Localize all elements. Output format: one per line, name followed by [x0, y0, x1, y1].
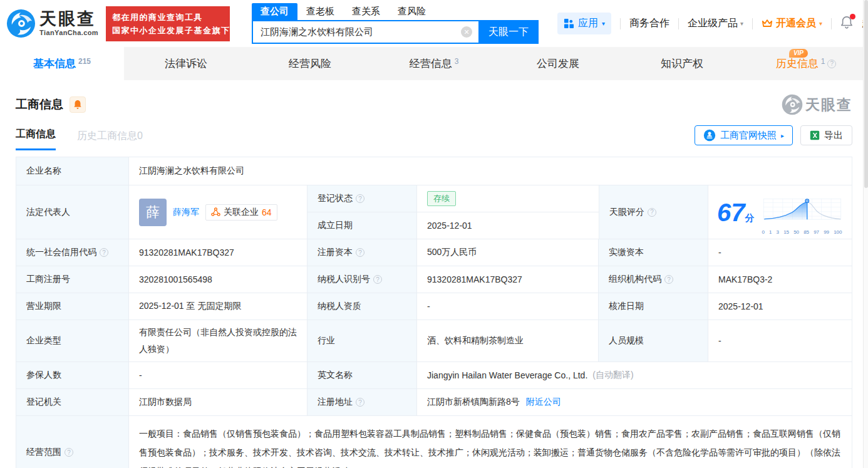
subtab-business-registration[interactable]: 工商信息 [16, 128, 56, 150]
reg-address-cell: 江阴市新桥镇陶新路8号 附近公司 [417, 389, 852, 415]
tab-history-info[interactable]: 历史信息 1 ? VIP [744, 47, 868, 80]
reg-address-value: 江阴市新桥镇陶新路8号 [427, 397, 520, 408]
export-button[interactable]: 导出 [800, 125, 852, 145]
status-badge: 存续 [427, 191, 456, 206]
tab-legal-proceedings[interactable]: 法律诉讼 [124, 47, 248, 80]
reg-number-label: 工商注册号 [16, 266, 129, 293]
company-type-label: 企业类型 [16, 320, 129, 361]
divider [752, 18, 753, 29]
divider [620, 18, 621, 29]
table-row: 经营范围 ? 一般项目：食品销售（仅销售预包装食品）；食品用塑料包装容器工具制品… [16, 415, 852, 468]
tab-count: 1 [821, 57, 825, 66]
search-tab-risk[interactable]: 查风险 [389, 3, 435, 20]
reg-status-cell: 存续 [417, 185, 599, 212]
crown-icon [762, 19, 773, 28]
help-icon[interactable]: ? [356, 248, 364, 257]
promo-line1: 都在用的商业查询工具 [112, 11, 224, 24]
taxpayer-id-label: 纳税人识别号 ? [307, 266, 417, 293]
tab-count: 3 [455, 57, 459, 66]
org-code-value: MAK17BQ3-2 [708, 266, 852, 293]
divider [831, 18, 832, 29]
help-icon[interactable]: ? [65, 448, 73, 457]
tab-company-development[interactable]: 公司发展 [496, 47, 620, 80]
apps-menu[interactable]: 应用 ▾ [557, 13, 611, 34]
export-label: 导出 [824, 130, 843, 142]
business-scope-label: 经营范围 ? [16, 416, 129, 468]
paid-capital-value: - [708, 239, 852, 266]
company-name-label: 企业名称 [16, 157, 129, 185]
auto-translate-note: (自动翻译) [592, 370, 633, 381]
table-row: 企业名称 江阴海澜之水饮料有限公司 [16, 157, 852, 185]
tab-intellectual-property[interactable]: 知识产权 [620, 47, 744, 80]
related-companies-count: 64 [262, 207, 272, 217]
subtab-history-registration[interactable]: 历史工商信息0 [77, 130, 143, 150]
credit-code-label: 统一社会信用代码 ? [16, 239, 129, 266]
legal-rep-cell: 薛 薛海军 关联企业 64 [129, 185, 307, 239]
excel-icon [810, 130, 820, 140]
legal-rep-link[interactable]: 薛海军 [173, 207, 199, 218]
help-icon[interactable]: ? [356, 398, 364, 407]
help-icon[interactable]: ? [827, 60, 836, 68]
scrollbar-thumb[interactable] [864, 0, 868, 188]
official-snapshot-button[interactable]: 工商官网快照 ▸ [695, 125, 793, 145]
scrollbar[interactable] [863, 0, 868, 468]
apps-label: 应用 [578, 17, 598, 30]
action-buttons: 工商官网快照 ▸ 导出 [695, 125, 852, 150]
insured-count-label: 参保人数 [16, 362, 129, 388]
tianyancha-logo[interactable]: 天眼查 TianYanCha.com [6, 9, 98, 38]
tianyan-score-cell[interactable]: 67分 [708, 185, 852, 239]
help-icon[interactable]: ? [664, 275, 673, 284]
notification-bell[interactable] [840, 16, 853, 32]
promo-banner: 都在用的商业查询工具 国家中小企业发展子基金旗下机构 [106, 6, 230, 41]
help-icon[interactable]: ? [356, 194, 364, 203]
help-icon[interactable]: ? [648, 208, 656, 217]
chevron-down-icon: ▾ [819, 20, 822, 27]
avatar[interactable]: 薛 [139, 199, 167, 226]
table-row: 参保人数 - 英文名称 Jiangyin Hailan Water Bevera… [16, 361, 852, 388]
divider [678, 18, 679, 29]
related-companies-label: 关联企业 [224, 207, 259, 218]
tick-label: 0 [762, 229, 765, 235]
search-tab-relation[interactable]: 查关系 [343, 3, 389, 20]
tab-label: 公司发展 [537, 56, 579, 71]
tab-business-info[interactable]: 经营信息 3 [372, 47, 496, 80]
bell-curve-chart [762, 190, 842, 229]
reg-status-label: 登记状态 ? [307, 185, 417, 212]
score-label: 天眼评分 ? [599, 185, 708, 239]
nearby-companies-link[interactable]: 附近公司 [526, 397, 561, 408]
tab-basic-info[interactable]: 基本信息 215 [0, 47, 124, 80]
tab-label: 法律诉讼 [165, 56, 207, 71]
tick-label: 15 [783, 229, 789, 235]
tick-label: 99 [824, 229, 829, 235]
search-button[interactable]: 天眼一下 [478, 20, 539, 44]
cooperation-link[interactable]: 商务合作 [629, 17, 669, 30]
logo-domain: TianYanCha.com [39, 29, 98, 36]
taxpayer-id-value: 91320281MAK17BQ327 [417, 266, 599, 293]
company-nav-tabs: 基本信息 215 法律诉讼 经营风险 经营信息 3 公司发展 知识产权 历史信息… [0, 47, 868, 80]
open-vip-label: 开通会员 [776, 17, 816, 30]
industry-value: 酒、饮料和精制茶制造业 [417, 320, 599, 361]
search-tab-company[interactable]: 查公司 [252, 3, 297, 20]
tab-operational-risk[interactable]: 经营风险 [248, 47, 372, 80]
help-icon[interactable]: ? [373, 275, 382, 284]
score-distribution-chart: 0 1 3 15 50 85 97 99 100 [762, 190, 842, 235]
business-term-label: 营业期限 [16, 293, 129, 320]
paid-capital-label: 实缴资本 [599, 239, 708, 266]
monitor-bell-button[interactable] [70, 96, 86, 113]
related-companies-badge[interactable]: 关联企业 64 [205, 204, 277, 221]
header-menu: 应用 ▾ 商务合作 企业级产品 ▾ 开通会员 ▾ 超级... ▾ [557, 13, 868, 34]
company-type-value: 有限责任公司（非自然人投资或控股的法人独资） [129, 320, 307, 361]
table-subrow: 成立日期 2025-12-01 [307, 212, 599, 239]
open-vip-menu[interactable]: 开通会员 ▾ [762, 17, 822, 30]
table-row: 登记机关 江阴市数据局 注册地址 ? 江阴市新桥镇陶新路8号 附近公司 [16, 388, 852, 415]
help-icon[interactable]: ? [100, 248, 108, 257]
enterprise-menu[interactable]: 企业级产品 ▾ [688, 17, 743, 30]
enterprise-label: 企业级产品 [688, 17, 738, 30]
search-input[interactable] [252, 20, 478, 44]
staff-size-label: 人员规模 [599, 320, 708, 361]
search-tab-boss[interactable]: 查老板 [297, 3, 343, 20]
clear-icon[interactable]: ✕ [461, 26, 472, 38]
chart-x-axis-ticks: 0 1 3 15 50 85 97 99 100 [762, 229, 842, 235]
table-row: 法定代表人 薛 薛海军 关联企业 64 登记状态 ? [16, 185, 852, 239]
tab-label: 经营风险 [289, 56, 331, 71]
